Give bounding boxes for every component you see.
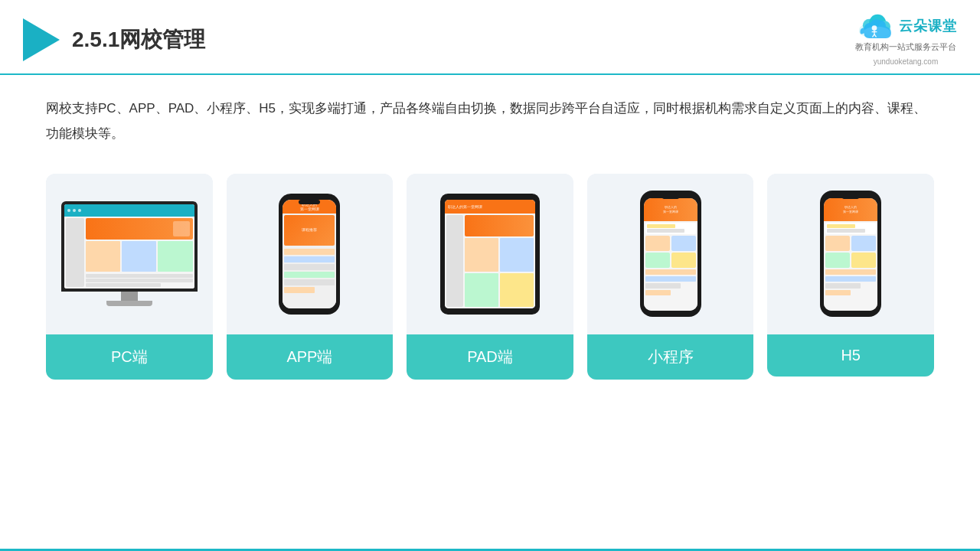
tall-phone-notch [662, 195, 679, 199]
pc-mockup [60, 201, 198, 306]
app-phone-mockup: 职达人的第一堂网课 课程推荐 [279, 194, 340, 315]
header-left: 2.5.1网校管理 [23, 18, 205, 61]
brand-name-text: 云朵课堂 [899, 17, 957, 35]
logo-triangle-icon [23, 18, 60, 61]
cloud-icon [854, 14, 894, 38]
phone-notch [299, 200, 320, 204]
card-pc-label: PC端 [46, 334, 213, 380]
phone-screen: 职达人的第一堂网课 课程推荐 [283, 200, 336, 308]
pc-stand-neck [121, 292, 138, 301]
svg-point-7 [872, 25, 877, 31]
brand-url: yunduoketang.com [874, 57, 939, 66]
cards-container: PC端 职达人的第一堂网课 课程推荐 [46, 174, 934, 380]
card-miniprogram: 职达人的第一堂网课 [587, 174, 754, 380]
tall-phone-screen: 职达人的第一堂网课 [644, 198, 697, 311]
card-app-label: APP端 [227, 334, 394, 380]
card-h5: 职达人的第一堂网课 [767, 174, 934, 377]
h5-phone-notch [842, 195, 859, 199]
brand-area: 云朵课堂 教育机构一站式服务云平台 yunduoketang.com [854, 14, 957, 66]
card-pad-image: 职达人的第一堂网课 [407, 174, 573, 334]
pc-stand-base [106, 301, 152, 306]
card-pad: 职达人的第一堂网课 [407, 174, 573, 380]
main-content: 网校支持PC、APP、PAD、小程序、H5，实现多端打通，产品各终端自由切换，数… [0, 75, 980, 395]
card-app: 职达人的第一堂网课 课程推荐 APP端 [227, 174, 394, 380]
card-h5-label: H5 [767, 334, 934, 377]
h5-phone-screen: 职达人的第一堂网课 [824, 198, 877, 311]
pc-screen-outer [61, 201, 198, 292]
brand-logo: 云朵课堂 [854, 14, 957, 38]
card-app-image: 职达人的第一堂网课 课程推荐 [227, 174, 394, 334]
card-pc-image [46, 174, 213, 334]
brand-subtitle: 教育机构一站式服务云平台 [855, 41, 956, 53]
card-miniprogram-image: 职达人的第一堂网课 [587, 174, 754, 334]
card-pad-label: PAD端 [407, 334, 573, 380]
tablet-mockup: 职达人的第一堂网课 [440, 194, 540, 315]
card-miniprogram-label: 小程序 [587, 334, 754, 380]
card-h5-image: 职达人的第一堂网课 [767, 174, 934, 334]
h5-phone-mockup: 职达人的第一堂网课 [820, 191, 881, 317]
tablet-screen: 职达人的第一堂网课 [445, 200, 535, 308]
description-text: 网校支持PC、APP、PAD、小程序、H5，实现多端打通，产品各终端自由切换，数… [46, 96, 934, 146]
pc-screen-inner [64, 204, 194, 289]
page-header: 2.5.1网校管理 云朵课堂 教育机 [0, 0, 980, 75]
card-pc: PC端 [46, 174, 213, 380]
miniprogram-phone-mockup: 职达人的第一堂网课 [640, 191, 701, 317]
page-title: 2.5.1网校管理 [72, 25, 205, 54]
